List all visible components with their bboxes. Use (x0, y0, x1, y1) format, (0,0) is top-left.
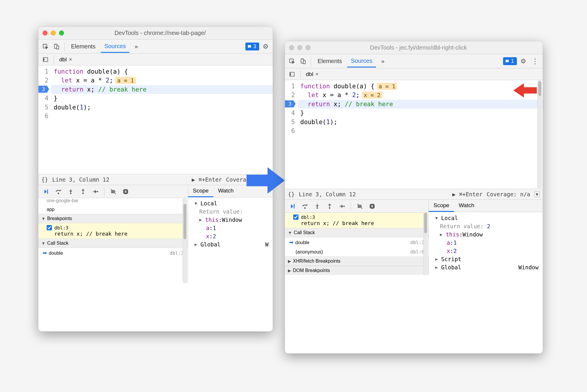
editor-statusbar: {} Line 3, Column 12 ▶ ⌘+Enter Coverage:… (285, 189, 543, 200)
svg-rect-2 (57, 46, 59, 49)
tab-more[interactable]: » (131, 41, 141, 52)
more-menu-icon[interactable]: ⋮ (530, 57, 540, 65)
tab-elements[interactable]: Elements (314, 55, 345, 67)
tab-sources[interactable]: Sources (347, 55, 376, 67)
list-item[interactable]: app (38, 205, 188, 214)
titlebar: DevTools - chrome://new-tab-page/ (38, 27, 273, 40)
scope-this[interactable]: ▶ this: Window (430, 230, 542, 239)
step-over-icon[interactable] (54, 187, 63, 196)
callstack-header[interactable]: ▼ Call Stack (285, 228, 429, 237)
tab-more[interactable]: » (378, 55, 388, 67)
inspect-icon[interactable] (287, 57, 297, 66)
line-number[interactable]: 4 (286, 109, 295, 117)
scope-local[interactable]: ▼ Local (189, 199, 271, 207)
svg-point-5 (58, 192, 59, 194)
debugger-toolbar (285, 200, 429, 213)
code-line: } (298, 109, 543, 117)
svg-rect-15 (294, 204, 295, 208)
traffic-lights (289, 45, 311, 50)
close-tab-icon[interactable]: × (316, 71, 318, 77)
deactivate-breakpoints-icon[interactable] (109, 187, 117, 196)
dom-breakpoints-header[interactable]: ▶ DOM Breakpoints (285, 266, 429, 275)
scope-this[interactable]: ▶ this: Window (189, 216, 271, 224)
breakpoint-marker-icon[interactable]: 3 (38, 86, 49, 93)
expand-icon[interactable]: ▼ (534, 191, 540, 197)
format-icon[interactable]: {} (288, 191, 295, 197)
code-editor[interactable]: 123456 function double(a) {a = 1 let x =… (285, 80, 543, 189)
step-into-icon[interactable] (67, 187, 75, 196)
step-icon[interactable] (338, 202, 346, 210)
zoom-icon[interactable] (306, 45, 311, 50)
tab-watch[interactable]: Watch (213, 185, 238, 197)
scope-tabs: Scope Watch (429, 200, 543, 212)
scope-global[interactable]: ▶ GlobalW (189, 240, 271, 249)
breakpoint-item[interactable]: dbl:3 return x; // break here (285, 213, 429, 228)
devtools-window-right: DevTools - jec.fyi/demo/dbl-right-click … (285, 41, 543, 354)
minimize-icon[interactable] (51, 31, 56, 36)
breakpoint-item[interactable]: dbl:3 return x; // break here (38, 223, 188, 239)
chevron-right-icon: ▶ (440, 232, 442, 237)
line-number[interactable]: 6 (40, 112, 48, 121)
gear-icon[interactable]: ⚙ (261, 42, 270, 51)
pause-exceptions-icon[interactable] (122, 187, 130, 196)
navigator-icon[interactable] (41, 55, 50, 64)
file-tabs-bar: dbl × (285, 68, 543, 80)
line-number[interactable]: 6 (286, 126, 295, 135)
breakpoints-header[interactable]: ▼ Breakpoints (38, 214, 188, 223)
scrollbar[interactable] (537, 80, 542, 189)
scope-script[interactable]: ▶ Script (430, 255, 542, 263)
scope-global[interactable]: ▶ GlobalWindow (430, 263, 542, 271)
tab-scope[interactable]: Scope (429, 200, 454, 212)
file-tab-dbl[interactable]: dbl × (304, 70, 320, 79)
close-icon[interactable] (289, 45, 294, 50)
line-number[interactable]: 5 (286, 118, 295, 126)
line-number[interactable]: 2 (40, 76, 48, 85)
device-icon[interactable] (52, 42, 61, 51)
tab-elements[interactable]: Elements (68, 41, 99, 52)
issues-badge[interactable]: 3 (245, 43, 259, 50)
scrollbar[interactable] (423, 213, 428, 275)
close-tab-icon[interactable]: × (69, 57, 72, 62)
step-into-icon[interactable] (313, 202, 321, 210)
step-out-icon[interactable] (79, 187, 87, 196)
format-icon[interactable]: {} (41, 176, 48, 183)
comparison-arrow-icon (247, 167, 285, 194)
pause-exceptions-icon[interactable] (368, 202, 376, 210)
breakpoint-checkbox[interactable] (293, 214, 298, 220)
svg-rect-9 (125, 190, 125, 192)
line-number[interactable]: 1 (40, 67, 48, 76)
device-icon[interactable] (298, 57, 308, 66)
line-number[interactable]: 4 (40, 94, 48, 103)
breakpoint-checkbox[interactable] (47, 225, 52, 230)
tab-scope[interactable]: Scope (188, 185, 213, 197)
zoom-icon[interactable] (59, 31, 64, 36)
step-out-icon[interactable] (325, 202, 334, 210)
line-number[interactable]: 1 (286, 82, 295, 91)
step-icon[interactable] (91, 187, 99, 196)
deactivate-breakpoints-icon[interactable] (356, 202, 364, 210)
resume-icon[interactable] (42, 187, 50, 196)
step-over-icon[interactable] (301, 202, 309, 210)
resume-icon[interactable] (289, 202, 297, 210)
gear-icon[interactable]: ⚙ (519, 57, 528, 66)
issues-badge[interactable]: 1 (503, 57, 517, 65)
scrollbar[interactable] (183, 198, 187, 283)
scope-local[interactable]: ▼ Local (430, 214, 542, 222)
tab-sources[interactable]: Sources (101, 40, 129, 53)
callstack-frame[interactable]: ➡double dbl:3 (38, 248, 188, 258)
navigator-icon[interactable] (287, 70, 297, 79)
line-number[interactable]: 2 (286, 91, 295, 99)
line-number[interactable]: 5 (40, 103, 48, 112)
svg-point-18 (329, 207, 330, 209)
xhr-breakpoints-header[interactable]: ▶ XHR/fetch Breakpoints (285, 256, 429, 266)
callstack-frame[interactable]: (anonymous) dbl:6 (285, 247, 429, 256)
minimize-icon[interactable] (297, 45, 302, 50)
file-tab-dbl[interactable]: dbl × (58, 55, 74, 64)
inspect-icon[interactable] (41, 42, 50, 51)
callstack-frame[interactable]: ➡double dbl:3 (285, 237, 429, 247)
tab-watch[interactable]: Watch (454, 200, 479, 212)
callstack-header[interactable]: ▼ Call Stack (38, 239, 188, 248)
close-icon[interactable] (43, 31, 48, 36)
breakpoint-marker-icon[interactable]: 3 (285, 100, 296, 107)
code-editor[interactable]: 123456 function double(a) { let x = a * … (38, 65, 273, 174)
